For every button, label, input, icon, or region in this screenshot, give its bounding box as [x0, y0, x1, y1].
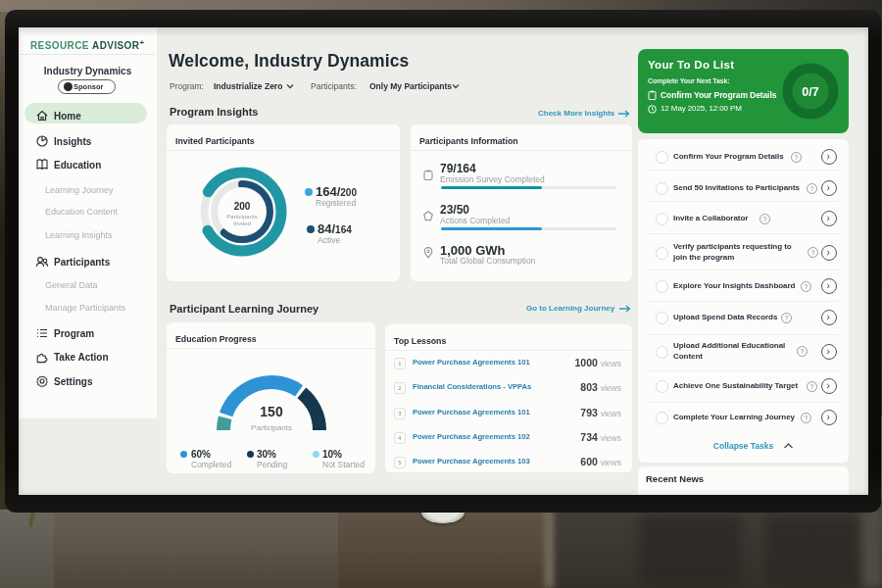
svg-text:Participants: Participants — [251, 423, 292, 432]
svg-text:150: 150 — [260, 404, 283, 419]
svg-text:Participants: Participants — [226, 214, 257, 220]
svg-text:0/7: 0/7 — [802, 85, 818, 99]
svg-text:200: 200 — [234, 201, 251, 212]
svg-text:Invited: Invited — [233, 220, 251, 226]
